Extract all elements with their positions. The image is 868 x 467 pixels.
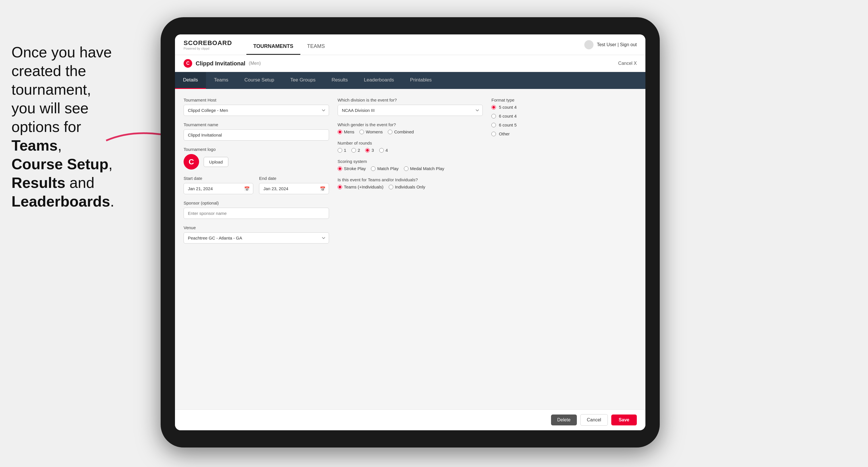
calendar-icon: 📅 — [244, 186, 250, 191]
tournament-host-group: Tournament Host Clippd College - Men — [184, 97, 329, 116]
logo-area: SCOREBOARD Powered by clippd — [184, 39, 232, 50]
scoring-medal-match-play[interactable]: Medal Match Play — [404, 166, 444, 171]
division-select[interactable]: NCAA Division III — [338, 105, 483, 116]
tournament-bar: C Clippd Invitational (Men) Cancel X — [175, 55, 645, 72]
save-button[interactable]: Save — [611, 414, 637, 426]
cancel-tournament[interactable]: Cancel X — [618, 61, 637, 66]
teams-label: Is this event for Teams and/or Individua… — [338, 177, 483, 182]
main-content: Tournament Host Clippd College - Men Tou… — [175, 89, 645, 409]
individuals-only[interactable]: Individuals Only — [389, 184, 425, 189]
teams-plus-individuals[interactable]: Teams (+Individuals) — [338, 184, 383, 189]
rounds-1[interactable]: 1 — [338, 148, 346, 153]
form-grid: Tournament Host Clippd College - Men Tou… — [184, 97, 637, 244]
gender-label: Which gender is the event for? — [338, 122, 483, 127]
tournament-host-select[interactable]: Clippd College - Men — [184, 105, 329, 116]
tablet-screen: SCOREBOARD Powered by clippd TOURNAMENTS… — [175, 34, 645, 430]
delete-button[interactable]: Delete — [551, 414, 577, 426]
gender-mens[interactable]: Mens — [338, 129, 354, 134]
start-date-label: Start date — [184, 176, 253, 181]
scoring-group: Scoring system Stroke Play Match Play Me… — [338, 159, 483, 171]
tournament-icon: C — [184, 59, 192, 68]
tablet-device: SCOREBOARD Powered by clippd TOURNAMENTS… — [161, 17, 660, 447]
avatar — [584, 40, 593, 49]
division-group: Which division is the event for? NCAA Di… — [338, 97, 483, 116]
format-6count4[interactable]: 6 count 4 — [491, 114, 637, 119]
scoring-stroke-play[interactable]: Stroke Play — [338, 166, 366, 171]
instruction-text: Once you have created the tournament, yo… — [0, 37, 138, 217]
format-other[interactable]: Other — [491, 131, 637, 136]
sponsor-label: Sponsor (optional) — [184, 200, 329, 206]
scoring-radio-group: Stroke Play Match Play Medal Match Play — [338, 166, 483, 171]
tournament-logo-label: Tournament logo — [184, 147, 329, 152]
tournament-name-group: Tournament name — [184, 122, 329, 141]
form-col-2: Which division is the event for? NCAA Di… — [338, 97, 483, 244]
format-label: Format type — [491, 97, 637, 102]
format-6count5[interactable]: 6 count 5 — [491, 123, 637, 127]
sponsor-input[interactable] — [184, 208, 329, 219]
teams-radio-group: Teams (+Individuals) Individuals Only — [338, 184, 483, 189]
gender-radio-group: Mens Womens Combined — [338, 129, 483, 134]
tab-course-setup[interactable]: Course Setup — [236, 72, 282, 89]
tournament-logo-group: Tournament logo C Upload — [184, 147, 329, 169]
user-sign-out[interactable]: Test User | Sign out — [597, 42, 637, 47]
footer-bar: Delete Cancel Save — [175, 409, 645, 430]
logo-subtext: Powered by clippd — [184, 47, 232, 50]
cancel-button[interactable]: Cancel — [580, 414, 608, 426]
tab-leaderboards[interactable]: Leaderboards — [356, 72, 402, 89]
venue-group: Venue Peachtree GC - Atlanta - GA — [184, 225, 329, 244]
end-date-input[interactable] — [259, 183, 329, 194]
tournament-info: C Clippd Invitational (Men) — [184, 59, 261, 68]
logo-upload-area: C Upload — [184, 154, 329, 169]
form-col-3: Format type 5 count 4 6 count 4 6 count … — [491, 97, 637, 244]
logo-text: SCOREBOARD — [184, 39, 232, 47]
tab-details[interactable]: Details — [175, 72, 206, 89]
rounds-4[interactable]: 4 — [379, 148, 388, 153]
nav-teams[interactable]: TEAMS — [300, 34, 332, 55]
tournament-host-label: Tournament Host — [184, 97, 329, 102]
sponsor-group: Sponsor (optional) — [184, 200, 329, 219]
logo-preview: C — [184, 154, 199, 169]
tab-printables[interactable]: Printables — [402, 72, 440, 89]
format-radio-group: 5 count 4 6 count 4 6 count 5 Other — [491, 105, 637, 136]
secondary-nav: Details Teams Course Setup Tee Groups Re… — [175, 72, 645, 89]
form-col-1: Tournament Host Clippd College - Men Tou… — [184, 97, 329, 244]
tournament-tag: (Men) — [249, 61, 261, 66]
teams-group: Is this event for Teams and/or Individua… — [338, 177, 483, 189]
gender-group: Which gender is the event for? Mens Wome… — [338, 122, 483, 134]
tournament-name-input[interactable] — [184, 129, 329, 141]
format-group: Format type 5 count 4 6 count 4 6 count … — [491, 97, 637, 136]
rounds-2[interactable]: 2 — [351, 148, 360, 153]
gender-womens[interactable]: Womens — [360, 129, 383, 134]
end-date-wrapper: 📅 — [259, 183, 329, 194]
division-label: Which division is the event for? — [338, 97, 483, 102]
start-date-group: Start date 📅 — [184, 176, 253, 194]
nav-tournaments[interactable]: TOURNAMENTS — [246, 34, 300, 55]
rounds-3[interactable]: 3 — [365, 148, 374, 153]
gender-combined[interactable]: Combined — [388, 129, 414, 134]
app-header: SCOREBOARD Powered by clippd TOURNAMENTS… — [175, 34, 645, 55]
end-date-group: End date 📅 — [259, 176, 329, 194]
format-5count4[interactable]: 5 count 4 — [491, 105, 637, 110]
tab-teams[interactable]: Teams — [206, 72, 236, 89]
tab-results[interactable]: Results — [323, 72, 356, 89]
scoring-label: Scoring system — [338, 159, 483, 164]
tab-tee-groups[interactable]: Tee Groups — [282, 72, 323, 89]
venue-label: Venue — [184, 225, 329, 230]
start-date-wrapper: 📅 — [184, 183, 253, 194]
rounds-group: Number of rounds 1 2 3 — [338, 141, 483, 153]
tournament-name: Clippd Invitational — [196, 60, 245, 67]
upload-button[interactable]: Upload — [204, 157, 228, 167]
rounds-radio-group: 1 2 3 4 — [338, 148, 483, 153]
rounds-label: Number of rounds — [338, 141, 483, 146]
start-date-input[interactable] — [184, 183, 253, 194]
end-date-label: End date — [259, 176, 329, 181]
scoring-match-play[interactable]: Match Play — [371, 166, 398, 171]
header-right: Test User | Sign out — [584, 40, 637, 49]
venue-select[interactable]: Peachtree GC - Atlanta - GA — [184, 232, 329, 244]
calendar-icon-end: 📅 — [320, 186, 326, 191]
tournament-name-label: Tournament name — [184, 122, 329, 127]
main-nav: TOURNAMENTS TEAMS — [246, 34, 332, 55]
